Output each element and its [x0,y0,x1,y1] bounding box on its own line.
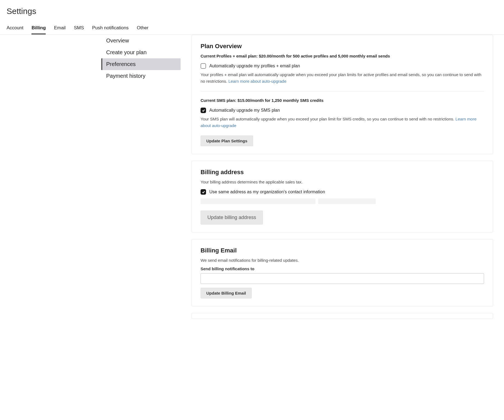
learn-more-email-link[interactable]: Learn more about auto-upgrade [228,79,286,84]
top-tabs: AccountBillingEmailSMSPush notifications… [0,22,504,35]
address-placeholder-2 [318,199,376,204]
billing-email-desc: We send email notifications for billing-… [201,258,484,263]
auto-upgrade-email-checkbox[interactable] [201,63,206,69]
update-billing-email-button[interactable]: Update Billing Email [201,288,252,298]
sidebar-item-payment-history[interactable]: Payment history [101,70,181,82]
next-card-peek [192,313,493,319]
side-nav: OverviewCreate your planPreferencesPayme… [101,35,181,82]
tab-sms[interactable]: SMS [74,22,84,34]
page-title: Settings [7,7,497,16]
tab-billing[interactable]: Billing [31,22,46,34]
email-plan-label: Current Profiles + email plan: [201,54,259,58]
check-icon [202,190,205,194]
auto-upgrade-email-label: Automatically upgrade my profiles + emai… [209,64,300,68]
billing-email-field-label: Send billing notifications to [201,266,484,271]
same-address-label: Use same address as my organization's co… [209,189,325,194]
email-plan-desc: Your profiles + email plan will automati… [201,71,484,85]
billing-email-card: Billing Email We send email notification… [192,239,493,306]
sms-plan-label: Current SMS plan: [201,98,237,103]
sidebar-item-overview[interactable]: Overview [101,35,181,47]
billing-email-title: Billing Email [201,247,484,254]
sms-plan-value: $15.00/month for 1,250 monthly SMS credi… [237,98,323,103]
tab-other[interactable]: Other [137,22,149,34]
address-placeholder-1 [201,199,315,204]
billing-address-desc: Your billing address determines the appl… [201,180,484,184]
billing-address-card: Billing address Your billing address det… [192,161,493,232]
billing-address-title: Billing address [201,169,484,176]
sms-plan-desc-text: Your SMS plan will automatically upgrade… [201,117,456,121]
update-plan-settings-button[interactable]: Update Plan Settings [201,136,253,146]
tab-push-notifications[interactable]: Push notifications [92,22,129,34]
plan-overview-title: Plan Overview [201,43,484,50]
email-plan-row: Current Profiles + email plan: $20.00/mo… [201,54,484,58]
same-address-checkbox[interactable] [201,189,206,195]
sms-plan-row: Current SMS plan: $15.00/month for 1,250… [201,98,484,103]
sms-plan-desc: Your SMS plan will automatically upgrade… [201,116,484,129]
auto-upgrade-sms-label: Automatically upgrade my SMS plan [209,108,280,113]
sidebar-item-preferences[interactable]: Preferences [101,58,181,70]
tab-email[interactable]: Email [54,22,66,34]
plan-overview-card: Plan Overview Current Profiles + email p… [192,35,493,154]
update-billing-address-button[interactable]: Update billing address [201,211,263,225]
check-icon [202,109,205,112]
billing-email-input[interactable] [201,273,484,284]
auto-upgrade-sms-checkbox[interactable] [201,108,206,113]
tab-account[interactable]: Account [7,22,23,34]
email-plan-value: $20.00/month for 500 active profiles and… [259,54,390,58]
sidebar-item-create-your-plan[interactable]: Create your plan [101,47,181,58]
address-placeholder-row [201,199,484,204]
divider [201,91,484,91]
